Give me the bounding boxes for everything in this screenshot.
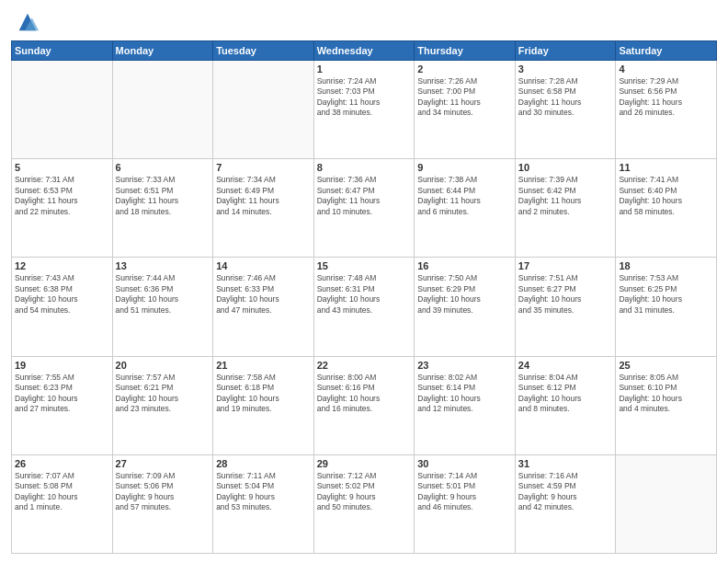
day-info: Sunrise: 7:12 AM Sunset: 5:02 PM Dayligh… — [317, 471, 412, 513]
calendar-cell: 31Sunrise: 7:16 AM Sunset: 4:59 PM Dayli… — [515, 454, 616, 553]
day-info: Sunrise: 7:07 AM Sunset: 5:08 PM Dayligh… — [15, 471, 109, 513]
weekday-header-saturday: Saturday — [616, 41, 717, 61]
page: SundayMondayTuesdayWednesdayThursdayFrid… — [0, 0, 728, 563]
calendar-cell: 23Sunrise: 8:02 AM Sunset: 6:14 PM Dayli… — [415, 356, 516, 454]
day-info: Sunrise: 7:44 AM Sunset: 6:36 PM Dayligh… — [116, 273, 210, 316]
day-number: 24 — [518, 360, 613, 371]
calendar-cell: 26Sunrise: 7:07 AM Sunset: 5:08 PM Dayli… — [12, 454, 113, 553]
calendar-cell: 6Sunrise: 7:33 AM Sunset: 6:51 PM Daylig… — [112, 159, 213, 258]
calendar-cell: 5Sunrise: 7:31 AM Sunset: 6:53 PM Daylig… — [12, 159, 113, 258]
calendar-cell: 18Sunrise: 7:53 AM Sunset: 6:25 PM Dayli… — [616, 258, 717, 356]
calendar-week-row: 5Sunrise: 7:31 AM Sunset: 6:53 PM Daylig… — [12, 159, 717, 258]
day-number: 17 — [518, 260, 613, 271]
day-info: Sunrise: 7:33 AM Sunset: 6:51 PM Dayligh… — [116, 175, 210, 217]
day-number: 19 — [15, 360, 109, 371]
day-number: 6 — [116, 162, 210, 173]
calendar-cell: 10Sunrise: 7:39 AM Sunset: 6:42 PM Dayli… — [515, 159, 616, 258]
calendar-week-row: 12Sunrise: 7:43 AM Sunset: 6:38 PM Dayli… — [12, 258, 717, 356]
day-info: Sunrise: 7:31 AM Sunset: 6:53 PM Dayligh… — [15, 175, 109, 217]
day-number: 11 — [619, 162, 713, 173]
day-info: Sunrise: 7:39 AM Sunset: 6:42 PM Dayligh… — [518, 175, 613, 217]
calendar-week-row: 1Sunrise: 7:24 AM Sunset: 7:03 PM Daylig… — [12, 61, 717, 159]
calendar-cell: 25Sunrise: 8:05 AM Sunset: 6:10 PM Dayli… — [616, 356, 717, 454]
day-number: 25 — [619, 360, 713, 371]
calendar-cell: 24Sunrise: 8:04 AM Sunset: 6:12 PM Dayli… — [515, 356, 616, 454]
calendar-cell: 8Sunrise: 7:36 AM Sunset: 6:47 PM Daylig… — [313, 159, 415, 258]
calendar-cell: 15Sunrise: 7:48 AM Sunset: 6:31 PM Dayli… — [313, 258, 415, 356]
day-number: 12 — [15, 260, 109, 271]
day-info: Sunrise: 7:26 AM Sunset: 7:00 PM Dayligh… — [417, 76, 512, 119]
logo-icon — [15, 9, 40, 35]
day-info: Sunrise: 7:55 AM Sunset: 6:23 PM Dayligh… — [15, 373, 109, 415]
calendar-cell: 1Sunrise: 7:24 AM Sunset: 7:03 PM Daylig… — [313, 61, 415, 159]
calendar-cell: 28Sunrise: 7:11 AM Sunset: 5:04 PM Dayli… — [213, 454, 314, 553]
day-number: 26 — [15, 458, 109, 469]
weekday-header-wednesday: Wednesday — [313, 41, 415, 61]
day-number: 4 — [619, 63, 713, 75]
day-number: 5 — [15, 162, 109, 173]
day-number: 27 — [116, 458, 210, 469]
calendar-cell — [213, 61, 314, 159]
day-info: Sunrise: 7:43 AM Sunset: 6:38 PM Dayligh… — [15, 273, 109, 316]
day-number: 13 — [116, 260, 210, 271]
calendar-cell: 3Sunrise: 7:28 AM Sunset: 6:58 PM Daylig… — [515, 61, 616, 159]
weekday-header-monday: Monday — [112, 41, 213, 61]
calendar-cell — [616, 454, 717, 553]
calendar-cell: 9Sunrise: 7:38 AM Sunset: 6:44 PM Daylig… — [415, 159, 516, 258]
day-info: Sunrise: 7:38 AM Sunset: 6:44 PM Dayligh… — [417, 175, 512, 217]
day-number: 20 — [116, 360, 210, 371]
day-info: Sunrise: 7:09 AM Sunset: 5:06 PM Dayligh… — [116, 471, 210, 513]
calendar-cell: 7Sunrise: 7:34 AM Sunset: 6:49 PM Daylig… — [213, 159, 314, 258]
day-number: 23 — [417, 360, 512, 371]
day-info: Sunrise: 7:11 AM Sunset: 5:04 PM Dayligh… — [216, 471, 311, 513]
calendar-cell: 19Sunrise: 7:55 AM Sunset: 6:23 PM Dayli… — [12, 356, 113, 454]
calendar-cell — [12, 61, 113, 159]
calendar-cell: 12Sunrise: 7:43 AM Sunset: 6:38 PM Dayli… — [12, 258, 113, 356]
day-number: 14 — [216, 260, 311, 271]
day-info: Sunrise: 8:00 AM Sunset: 6:16 PM Dayligh… — [317, 373, 412, 415]
day-info: Sunrise: 7:16 AM Sunset: 4:59 PM Dayligh… — [518, 471, 613, 513]
calendar-cell: 22Sunrise: 8:00 AM Sunset: 6:16 PM Dayli… — [313, 356, 415, 454]
day-info: Sunrise: 7:24 AM Sunset: 7:03 PM Dayligh… — [317, 76, 412, 119]
day-number: 21 — [216, 360, 311, 371]
day-info: Sunrise: 8:02 AM Sunset: 6:14 PM Dayligh… — [417, 373, 512, 415]
day-info: Sunrise: 8:05 AM Sunset: 6:10 PM Dayligh… — [619, 373, 713, 415]
day-number: 2 — [417, 63, 512, 75]
day-info: Sunrise: 8:04 AM Sunset: 6:12 PM Dayligh… — [518, 373, 613, 415]
day-info: Sunrise: 7:57 AM Sunset: 6:21 PM Dayligh… — [116, 373, 210, 415]
calendar-cell: 4Sunrise: 7:29 AM Sunset: 6:56 PM Daylig… — [616, 61, 717, 159]
day-info: Sunrise: 7:41 AM Sunset: 6:40 PM Dayligh… — [619, 175, 713, 217]
calendar-cell — [112, 61, 213, 159]
calendar-cell: 21Sunrise: 7:58 AM Sunset: 6:18 PM Dayli… — [213, 356, 314, 454]
day-number: 10 — [518, 162, 613, 173]
day-number: 3 — [518, 63, 613, 75]
day-info: Sunrise: 7:36 AM Sunset: 6:47 PM Dayligh… — [317, 175, 412, 217]
day-number: 1 — [317, 63, 412, 75]
header — [11, 9, 717, 35]
calendar-week-row: 26Sunrise: 7:07 AM Sunset: 5:08 PM Dayli… — [12, 454, 717, 553]
day-info: Sunrise: 7:34 AM Sunset: 6:49 PM Dayligh… — [216, 175, 311, 217]
day-info: Sunrise: 7:50 AM Sunset: 6:29 PM Dayligh… — [417, 273, 512, 316]
day-number: 28 — [216, 458, 311, 469]
day-number: 16 — [417, 260, 512, 271]
weekday-header-row: SundayMondayTuesdayWednesdayThursdayFrid… — [12, 41, 717, 61]
day-number: 30 — [417, 458, 512, 469]
weekday-header-friday: Friday — [515, 41, 616, 61]
calendar-cell: 30Sunrise: 7:14 AM Sunset: 5:01 PM Dayli… — [415, 454, 516, 553]
calendar-table: SundayMondayTuesdayWednesdayThursdayFrid… — [11, 40, 717, 554]
day-info: Sunrise: 7:14 AM Sunset: 5:01 PM Dayligh… — [417, 471, 512, 513]
day-number: 18 — [619, 260, 713, 271]
calendar-cell: 13Sunrise: 7:44 AM Sunset: 6:36 PM Dayli… — [112, 258, 213, 356]
day-info: Sunrise: 7:48 AM Sunset: 6:31 PM Dayligh… — [317, 273, 412, 316]
day-info: Sunrise: 7:51 AM Sunset: 6:27 PM Dayligh… — [518, 273, 613, 316]
weekday-header-tuesday: Tuesday — [213, 41, 314, 61]
day-info: Sunrise: 7:28 AM Sunset: 6:58 PM Dayligh… — [518, 76, 613, 119]
logo — [11, 9, 40, 35]
calendar-cell: 11Sunrise: 7:41 AM Sunset: 6:40 PM Dayli… — [616, 159, 717, 258]
day-number: 8 — [317, 162, 412, 173]
day-info: Sunrise: 7:29 AM Sunset: 6:56 PM Dayligh… — [619, 76, 713, 119]
calendar-cell: 16Sunrise: 7:50 AM Sunset: 6:29 PM Dayli… — [415, 258, 516, 356]
day-info: Sunrise: 7:46 AM Sunset: 6:33 PM Dayligh… — [216, 273, 311, 316]
calendar-cell: 2Sunrise: 7:26 AM Sunset: 7:00 PM Daylig… — [415, 61, 516, 159]
calendar-week-row: 19Sunrise: 7:55 AM Sunset: 6:23 PM Dayli… — [12, 356, 717, 454]
